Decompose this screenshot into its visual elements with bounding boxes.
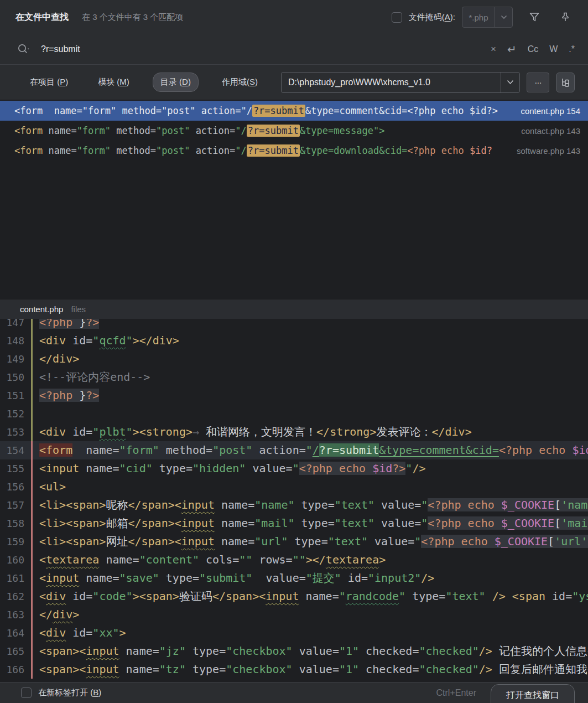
directory-path-combobox[interactable]: D:\phpstudy_pro\WWW\xhcms_v1.0 (281, 72, 521, 93)
preview-file-tab[interactable]: content.php (20, 304, 63, 314)
code-line[interactable]: 159<li><span>网址</span><input name="url" … (0, 533, 588, 551)
code-segment: [ (554, 516, 561, 530)
code-segment (153, 462, 159, 475)
code-segment (405, 590, 412, 603)
line-number: 150 (0, 368, 31, 386)
file-mask-checkbox[interactable] (392, 12, 402, 23)
code-segment: ?r=submit (247, 125, 300, 137)
code-segment: "tz" (159, 663, 186, 676)
code-segment: <form (14, 145, 43, 156)
line-number: 152 (0, 405, 31, 423)
code-editor[interactable]: 147<?php }?>148<div id="qcfd"></div>149<… (0, 319, 588, 682)
code-segment (66, 425, 72, 438)
code-line[interactable]: 147<?php }?> (0, 319, 588, 332)
code-segment: $id (572, 443, 588, 457)
code-line[interactable]: 155<input name="cid" type="hidden" value… (0, 459, 588, 478)
code-segment: value= (266, 571, 305, 585)
code-segment: </ (39, 608, 53, 621)
code-segment: action= (196, 145, 236, 156)
code-segment (79, 571, 86, 585)
code-segment: "post" (212, 443, 252, 457)
code-line[interactable]: 158<li><span>邮箱</span><input name="mail"… (0, 514, 588, 533)
scope-tab-scope[interactable]: 作用域(S) (215, 73, 264, 92)
code-segment: "url" (254, 535, 288, 548)
code-line[interactable]: 160<textarea name="content" cols="" rows… (0, 551, 588, 569)
code-segment (294, 516, 301, 530)
code-line[interactable]: 152 (0, 405, 588, 423)
search-result-row[interactable]: <form name="form" method="post" action="… (0, 141, 588, 161)
pin-icon[interactable] (556, 8, 575, 27)
file-mask-select[interactable]: *.php (462, 7, 513, 28)
open-find-window-button[interactable]: 打开查找窗口 (491, 684, 575, 703)
code-line[interactable]: 150<!--评论内容end--> (0, 368, 588, 386)
code-segment: " (421, 498, 428, 511)
code-segment: ?> (86, 389, 99, 402)
code-segment: ?> (86, 319, 99, 329)
search-icon[interactable] (17, 43, 31, 56)
code-line[interactable]: 166<span><input name="tz" type="checkbox… (0, 660, 588, 679)
code-segment (66, 334, 72, 347)
code-segment: " (92, 425, 99, 438)
code-line[interactable]: 154<form name="form" method="post" actio… (0, 441, 588, 459)
directory-path-value: D:\phpstudy_pro\WWW\xhcms_v1.0 (282, 77, 501, 87)
code-segment: < (39, 590, 46, 603)
preview-files-label[interactable]: files (71, 304, 86, 314)
code-segment: ></ (306, 553, 326, 566)
code-segment: name= (126, 663, 159, 676)
code-segment: <input (39, 462, 79, 475)
code-line[interactable]: 162<div id="code"><span>验证码</span><input… (0, 587, 588, 606)
clear-search-icon[interactable]: × (491, 44, 496, 55)
code-line[interactable]: 156<ul> (0, 478, 588, 496)
open-in-new-tab-checkbox[interactable] (21, 688, 32, 698)
code-segment: " (126, 425, 133, 438)
chevron-down-icon[interactable] (495, 7, 512, 27)
browse-button[interactable]: ... (527, 73, 549, 92)
code-line[interactable]: 153<div id="plbt"><strong>→ 和谐网络，文明发言！</… (0, 423, 588, 441)
code-line[interactable]: 163</div> (0, 606, 588, 624)
code-segment: &type=comment&cid=<?php echo $id?> (305, 105, 498, 116)
newline-icon[interactable]: ↵ (507, 43, 517, 56)
code-segment: "1" (339, 663, 359, 676)
code-segment (79, 462, 86, 475)
code-line[interactable]: 157<li><span>昵称</span><input name="name"… (0, 496, 588, 514)
code-segment: value= (374, 535, 414, 548)
filter-icon[interactable] (525, 8, 544, 27)
scope-tab-project[interactable]: 在项目 (P) (23, 73, 75, 92)
code-line[interactable]: 148<div id="qcfd"></div> (0, 332, 588, 350)
chevron-down-icon[interactable] (501, 73, 519, 92)
search-result-row[interactable]: <form name="form" method="post" action="… (0, 121, 588, 141)
scope-tab-module[interactable]: 模块 (M) (91, 73, 136, 92)
search-input[interactable]: ?r=submit (41, 44, 80, 54)
code-segment: " (126, 334, 133, 347)
regex-toggle[interactable]: .* (569, 44, 575, 54)
structure-toggle-button[interactable] (556, 73, 575, 92)
code-segment: "form" (77, 145, 111, 156)
code-segment: "save" (119, 571, 159, 585)
words-toggle[interactable]: W (549, 44, 558, 54)
code-line[interactable]: 151<?php }?> (0, 386, 588, 405)
code-segment: > (72, 608, 79, 621)
match-case-toggle[interactable]: Cc (528, 44, 539, 54)
code-line[interactable]: 161<input name="save" type="submit" valu… (0, 569, 588, 587)
code-segment (299, 590, 305, 603)
code-segment: name= (221, 535, 254, 548)
code-line[interactable]: 149</div> (0, 350, 588, 368)
code-segment (43, 145, 48, 156)
scope-tab-directory[interactable]: 目录 (D) (153, 73, 199, 92)
code-segment: ></div> (133, 334, 179, 347)
code-segment: action= (259, 443, 305, 457)
code-line[interactable]: 164<div id="xx"> (0, 624, 588, 642)
code-segment (159, 443, 166, 457)
code-segment: 邮箱 (106, 516, 128, 530)
code-segment: ?r=submit (252, 105, 305, 117)
scope-bar: 在项目 (P) 模块 (M) 目录 (D) 作用域(S) D:\phpstudy… (0, 65, 588, 100)
code-segment: name= (221, 498, 254, 511)
code-segment: method= (116, 145, 156, 156)
code-segment (99, 553, 106, 566)
search-result-row[interactable]: <form name="form" method="post" action="… (0, 101, 588, 121)
code-segment (374, 516, 381, 530)
code-segment: input (86, 663, 119, 676)
code-line[interactable]: 165<span><input name="jz" type="checkbox… (0, 642, 588, 660)
code-segment: "text" (335, 516, 374, 530)
code-segment (190, 145, 195, 156)
